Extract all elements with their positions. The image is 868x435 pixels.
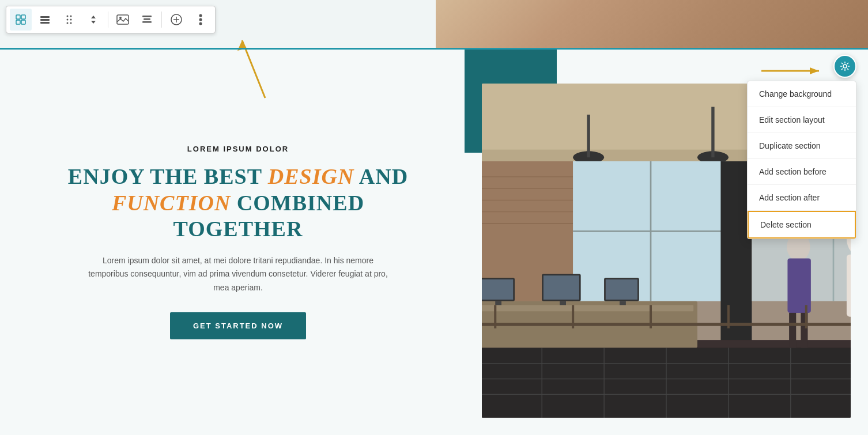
svg-rect-70 — [847, 255, 851, 317]
headline-part1: Enjoy the best — [68, 164, 268, 188]
edit-section-layout-item[interactable]: Edit section layout — [748, 107, 856, 133]
svg-point-85 — [843, 65, 847, 68]
svg-rect-65 — [560, 301, 566, 305]
headline-line2-italic: function — [112, 191, 231, 215]
svg-rect-1 — [21, 15, 25, 19]
add-section-after-item[interactable]: Add section after — [748, 185, 856, 211]
top-image-strip — [436, 0, 868, 49]
change-background-item[interactable]: Change background — [748, 81, 856, 107]
settings-gear-button[interactable] — [833, 55, 856, 78]
headline: Enjoy the best design and function combi… — [46, 164, 430, 243]
svg-rect-0 — [16, 15, 20, 19]
svg-rect-62 — [495, 301, 501, 305]
svg-rect-17 — [142, 21, 152, 23]
context-dropdown-menu: Change background Edit section layout Du… — [747, 81, 856, 239]
svg-rect-61 — [482, 279, 513, 300]
more-options-button[interactable] — [190, 9, 212, 31]
cta-button[interactable]: GET STARTED NOW — [170, 312, 306, 339]
move-updown-button[interactable] — [82, 9, 104, 31]
svg-rect-64 — [544, 275, 579, 300]
svg-rect-32 — [711, 107, 714, 157]
svg-point-23 — [199, 22, 202, 25]
svg-rect-75 — [789, 313, 796, 348]
add-section-button[interactable] — [165, 9, 187, 31]
svg-rect-59 — [482, 305, 693, 311]
top-strip-image — [436, 0, 868, 49]
toolbar — [6, 6, 216, 33]
body-text: Lorem ipsum dolor sit amet, at mei dolor… — [88, 254, 388, 295]
svg-point-11 — [67, 22, 69, 24]
background-image-button[interactable] — [112, 9, 134, 31]
svg-point-10 — [70, 19, 72, 21]
svg-rect-30 — [587, 115, 590, 157]
section-border-top — [0, 48, 868, 50]
svg-rect-2 — [16, 20, 20, 24]
toolbar-divider-1 — [108, 12, 108, 28]
svg-rect-68 — [620, 301, 626, 305]
add-section-before-item[interactable]: Add section before — [748, 159, 856, 185]
svg-rect-15 — [142, 16, 152, 17]
main-section: LOREM IPSUM DOLOR Enjoy the best design … — [0, 49, 868, 435]
svg-rect-4 — [40, 16, 50, 18]
svg-rect-67 — [606, 279, 637, 300]
toolbar-divider-2 — [161, 12, 162, 28]
headline-italic: design — [268, 164, 354, 188]
svg-point-22 — [199, 18, 202, 21]
svg-point-21 — [199, 14, 202, 17]
layout-button[interactable] — [34, 9, 56, 31]
left-content: LOREM IPSUM DOLOR Enjoy the best design … — [0, 49, 465, 435]
svg-rect-5 — [40, 19, 50, 21]
subtitle: LOREM IPSUM DOLOR — [187, 145, 289, 153]
align-button[interactable] — [136, 9, 158, 31]
svg-point-9 — [67, 19, 69, 21]
svg-point-12 — [70, 22, 72, 24]
svg-rect-74 — [787, 258, 810, 312]
svg-rect-6 — [40, 22, 50, 24]
svg-rect-16 — [144, 18, 150, 20]
delete-section-item[interactable]: Delete section — [748, 211, 856, 239]
svg-rect-3 — [21, 20, 25, 24]
drag-button[interactable] — [58, 9, 80, 31]
grid-view-button[interactable] — [10, 9, 32, 31]
headline-part2: and — [354, 164, 408, 188]
svg-point-8 — [70, 16, 72, 17]
duplicate-section-item[interactable]: Duplicate section — [748, 133, 856, 159]
svg-point-7 — [67, 16, 69, 17]
